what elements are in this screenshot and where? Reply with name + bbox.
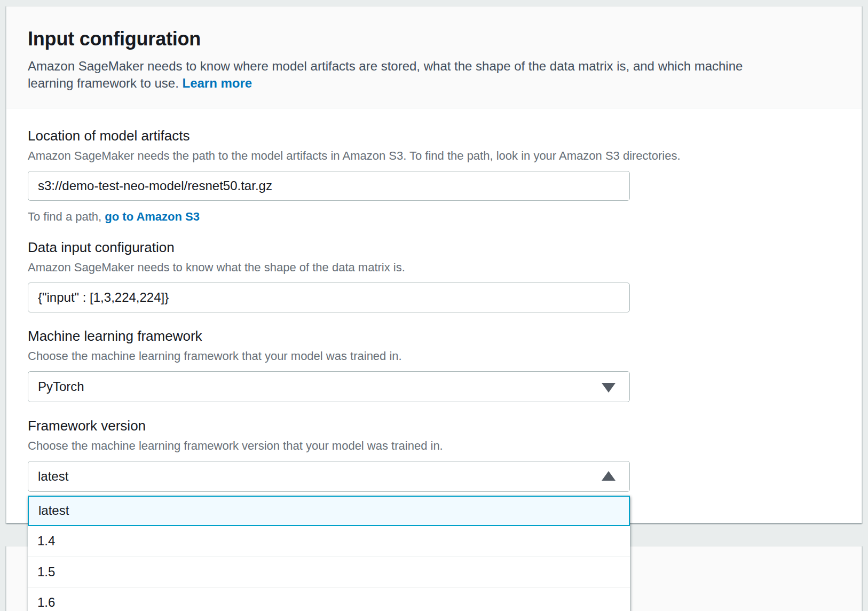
framework-version-dropdown: latest 1.4 1.5 1.6: [28, 496, 630, 611]
model-artifacts-description: Amazon SageMaker needs the path to the m…: [28, 148, 840, 164]
chevron-down-icon: [602, 383, 616, 393]
framework-select-value: PyTorch: [38, 379, 84, 394]
framework-version-description: Choose the machine learning framework ve…: [28, 438, 840, 454]
section-body: Location of model artifacts Amazon SageM…: [6, 108, 862, 523]
dropdown-option-1-6[interactable]: 1.6: [28, 587, 630, 611]
section-description-text: Amazon SageMaker needs to know where mod…: [28, 59, 743, 90]
field-framework-version: Framework version Choose the machine lea…: [28, 417, 840, 492]
page-background: Input configuration Amazon SageMaker nee…: [0, 0, 868, 611]
input-configuration-card: Input configuration Amazon SageMaker nee…: [6, 6, 862, 523]
framework-version-select-wrap: latest latest 1.4 1.5 1.6: [28, 461, 630, 492]
field-machine-learning-framework: Machine learning framework Choose the ma…: [28, 327, 840, 402]
model-artifacts-label: Location of model artifacts: [28, 127, 840, 145]
section-description: Amazon SageMaker needs to know where mod…: [28, 58, 786, 92]
framework-version-select[interactable]: latest: [28, 461, 630, 492]
model-artifacts-input[interactable]: [28, 171, 630, 201]
framework-description: Choose the machine learning framework th…: [28, 348, 840, 364]
dropdown-option-1-5[interactable]: 1.5: [28, 557, 630, 587]
framework-select[interactable]: PyTorch: [28, 371, 630, 402]
dropdown-option-1-4[interactable]: 1.4: [28, 526, 630, 557]
data-input-description: Amazon SageMaker needs to know what the …: [28, 260, 840, 276]
model-artifacts-help: To find a path, go to Amazon S3: [28, 210, 840, 224]
dropdown-option-latest[interactable]: latest: [28, 496, 630, 526]
data-input-label: Data input configuration: [28, 238, 840, 256]
section-header: Input configuration Amazon SageMaker nee…: [6, 6, 862, 108]
chevron-up-icon: [602, 471, 616, 481]
field-data-input-configuration: Data input configuration Amazon SageMake…: [28, 238, 840, 312]
data-input-configuration-input[interactable]: [28, 283, 630, 312]
framework-version-select-value: latest: [38, 469, 68, 484]
learn-more-link[interactable]: Learn more: [182, 76, 252, 90]
framework-version-label: Framework version: [28, 417, 840, 435]
go-to-amazon-s3-link[interactable]: go to Amazon S3: [105, 210, 200, 223]
framework-label: Machine learning framework: [28, 327, 840, 345]
help-prefix-text: To find a path,: [28, 210, 101, 223]
section-title: Input configuration: [28, 28, 840, 50]
field-location-of-model-artifacts: Location of model artifacts Amazon SageM…: [28, 127, 840, 224]
